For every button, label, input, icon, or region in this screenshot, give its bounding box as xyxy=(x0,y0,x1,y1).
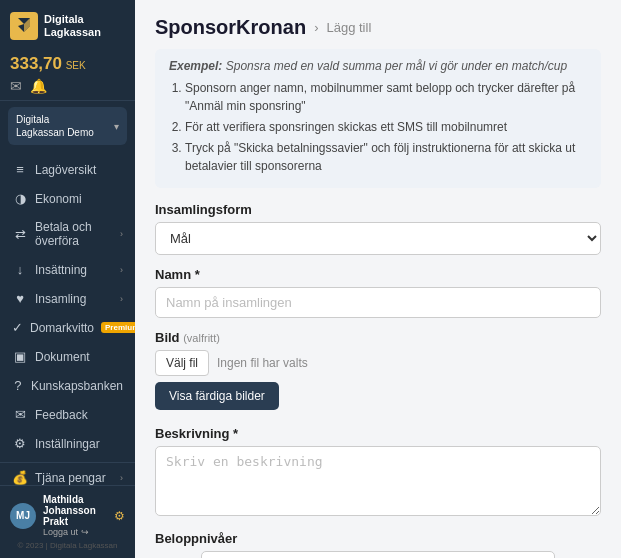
balance-amount: 333,70 xyxy=(10,54,62,73)
beloppnivaer-label: Beloppnivåer xyxy=(155,531,601,546)
bell-icon[interactable]: 🔔 xyxy=(30,78,47,94)
file-row: Välj fil Ingen fil har valts xyxy=(155,350,601,376)
user-section-text: Digitala Lagkassan Demo xyxy=(16,113,94,139)
beskrivning-textarea[interactable] xyxy=(155,446,601,516)
nav-label: Inställningar xyxy=(35,437,123,451)
sidebar-item-insamling[interactable]: ♥ Insamling › xyxy=(0,284,135,313)
nav-label: Ekonomi xyxy=(35,192,123,206)
sidebar-item-domarkvitto[interactable]: ✓ Domarkvitto Premium xyxy=(0,313,135,342)
sidebar: Digitala Lagkassan 333,70 SEK ✉ 🔔 Digita… xyxy=(0,0,135,558)
nav-label: Tjäna pengar xyxy=(35,471,113,485)
settings-icon[interactable]: ⚙ xyxy=(114,509,125,523)
user-section[interactable]: Digitala Lagkassan Demo ▾ xyxy=(8,107,127,145)
user-info: Mathilda Johansson Prakt Logga ut ↪ xyxy=(43,494,107,537)
sidebar-logo: Digitala Lagkassan xyxy=(0,0,135,48)
nav-label: Dokument xyxy=(35,350,123,364)
breadcrumb-link[interactable]: Lägg till xyxy=(326,20,371,35)
nav-icon: ✉ xyxy=(12,407,28,422)
page-header: SponsorKronan › Lägg till xyxy=(155,16,601,39)
sidebar-item-ekonomi[interactable]: ◑ Ekonomi xyxy=(0,184,135,213)
nav-icon: ◑ xyxy=(12,191,28,206)
example-text: Exempel: Sponsra med en vald summa per m… xyxy=(169,59,587,73)
sidebar-item-betala[interactable]: ⇄ Betala och överföra › xyxy=(0,213,135,255)
balance-currency: SEK xyxy=(66,60,86,71)
logo-text: Digitala Lagkassan xyxy=(44,13,101,39)
nav-label: Insamling xyxy=(35,292,113,306)
info-box: Exempel: Sponsra med en vald summa per m… xyxy=(155,49,601,188)
namn-section: Namn * xyxy=(155,267,601,318)
nav-label: Insättning xyxy=(35,263,113,277)
show-images-button[interactable]: Visa färdiga bilder xyxy=(155,382,279,410)
chevron-right-icon: › xyxy=(120,229,123,239)
nav-label: Kunskapsbanken xyxy=(31,379,123,393)
sidebar-item-tjana-pengar[interactable]: 💰 Tjäna pengar › xyxy=(0,462,135,485)
breadcrumb-separator: › xyxy=(314,20,318,35)
amount-levels: Beloppnivåer (S) kr 🗑 (M) kr 🗑 (L) kr 🗑 … xyxy=(155,531,601,558)
nav-label: Domarkvitto xyxy=(30,321,94,335)
chevron-right-icon: › xyxy=(120,473,123,483)
nav-icon: ♥ xyxy=(12,291,28,306)
main-content: SponsorKronan › Lägg till Exempel: Spons… xyxy=(135,0,621,558)
nav-icon: ⇄ xyxy=(12,227,28,242)
logout-link[interactable]: Logga ut ↪ xyxy=(43,527,107,537)
premium-badge: Premium xyxy=(101,322,135,333)
file-status: Ingen fil har valts xyxy=(217,356,308,370)
envelope-icon[interactable]: ✉ xyxy=(10,78,22,94)
nav-label: Feedback xyxy=(35,408,123,422)
insamlingsform-select[interactable]: Mål Per match Fast belopp xyxy=(155,222,601,255)
user-name: Mathilda Johansson Prakt xyxy=(43,494,107,527)
insamlingsform-section: Insamlingsform Mål Per match Fast belopp xyxy=(155,202,601,255)
avatar: MJ xyxy=(10,503,36,529)
info-steps: Sponsorn anger namn, mobilnummer samt be… xyxy=(169,79,587,175)
amount-input-s[interactable] xyxy=(201,551,555,558)
bild-section: Bild (valfritt) Välj fil Ingen fil har v… xyxy=(155,330,601,414)
namn-input[interactable] xyxy=(155,287,601,318)
nav-icon: ↓ xyxy=(12,262,28,277)
page-title: SponsorKronan xyxy=(155,16,306,39)
logo-icon xyxy=(10,12,38,40)
user-profile: MJ Mathilda Johansson Prakt Logga ut ↪ ⚙ xyxy=(10,494,125,537)
sidebar-item-lagoversikt[interactable]: ≡ Lagöversikt xyxy=(0,155,135,184)
nav-icon: ✓ xyxy=(12,320,23,335)
document-icon: ▣ xyxy=(12,349,28,364)
sidebar-footer: MJ Mathilda Johansson Prakt Logga ut ↪ ⚙… xyxy=(0,485,135,558)
file-choose-button[interactable]: Välj fil xyxy=(155,350,209,376)
logout-icon: ↪ xyxy=(81,527,89,537)
insamlingsform-label: Insamlingsform xyxy=(155,202,601,217)
nav-label: Lagöversikt xyxy=(35,163,123,177)
balance-display: 333,70 SEK xyxy=(10,54,125,74)
nav-icon: ≡ xyxy=(12,162,28,177)
namn-label: Namn * xyxy=(155,267,601,282)
chevron-right-icon: › xyxy=(120,265,123,275)
sidebar-item-kunskapsbanken[interactable]: ? Kunskapsbanken xyxy=(0,371,135,400)
info-step-3: Tryck på "Skicka betalningssavier" och f… xyxy=(185,139,587,175)
sidebar-item-dokument[interactable]: ▣ Dokument xyxy=(0,342,135,371)
beskrivning-label: Beskrivning * xyxy=(155,426,601,441)
copyright-text: © 2023 | Digitala Lagkassan xyxy=(10,541,125,550)
money-icon: 💰 xyxy=(12,470,28,485)
info-step-1: Sponsorn anger namn, mobilnummer samt be… xyxy=(185,79,587,115)
chevron-down-icon: ▾ xyxy=(114,121,119,132)
nav-icon: ? xyxy=(12,378,24,393)
amount-row-s: (S) kr 🗑 xyxy=(155,551,601,558)
bild-label: Bild (valfritt) xyxy=(155,330,601,345)
gear-icon: ⚙ xyxy=(12,436,28,451)
sidebar-item-installningar[interactable]: ⚙ Inställningar xyxy=(0,429,135,458)
sidebar-item-feedback[interactable]: ✉ Feedback xyxy=(0,400,135,429)
nav-label: Betala och överföra xyxy=(35,220,113,248)
info-step-2: För att verifiera sponsringen skickas et… xyxy=(185,118,587,136)
chevron-right-icon: › xyxy=(120,294,123,304)
nav-items: ≡ Lagöversikt ◑ Ekonomi ⇄ Betala och öve… xyxy=(0,151,135,485)
balance-section: 333,70 SEK ✉ 🔔 xyxy=(0,48,135,101)
beskrivning-section: Beskrivning * xyxy=(155,426,601,519)
sidebar-item-insattning[interactable]: ↓ Insättning › xyxy=(0,255,135,284)
